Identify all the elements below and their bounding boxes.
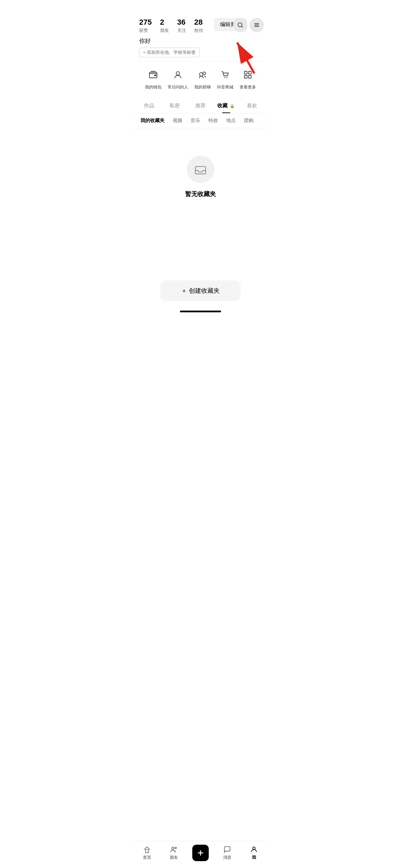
svg-line-3 <box>242 26 243 28</box>
svg-point-11 <box>203 72 206 75</box>
search-button[interactable] <box>233 18 247 32</box>
wallet-label: 我的钱包 <box>145 84 161 90</box>
group-chat-label: 我的群聊 <box>194 84 211 90</box>
stat-followers[interactable]: 28 粉丝 <box>194 18 203 34</box>
svg-point-2 <box>238 23 242 27</box>
empty-icon-wrapper <box>187 156 214 183</box>
action-frequent[interactable]: 常访问的人 <box>168 67 188 90</box>
followers-count: 28 <box>194 18 203 27</box>
tab-private[interactable]: 私密 <box>162 98 188 113</box>
frequent-icon-wrapper <box>170 67 185 82</box>
frequent-label: 常访问的人 <box>168 84 188 90</box>
svg-rect-16 <box>244 75 247 78</box>
action-group-chat[interactable]: 我的群聊 <box>194 67 211 90</box>
sub-tab-effects[interactable]: 特效 <box>204 113 222 128</box>
stat-friends[interactable]: 2 朋友 <box>160 18 169 34</box>
svg-rect-14 <box>244 71 247 74</box>
cart-icon <box>220 70 230 80</box>
quick-actions-bar: 我的钱包 常访问的人 我的群聊 <box>139 61 262 93</box>
tab-recommend[interactable]: 推荐 <box>188 98 214 113</box>
add-tag-button[interactable]: + 添加所在地、学校等标签 <box>139 48 199 57</box>
inbox-icon <box>194 162 207 176</box>
create-folder-button[interactable]: ＋ 创建收藏夹 <box>160 280 240 301</box>
action-shop[interactable]: 抖音商城 <box>217 67 233 90</box>
empty-text: 暂无收藏夹 <box>185 190 216 198</box>
profile-header: 275 获赞 2 朋友 36 关注 28 粉丝 编辑资料 <box>134 15 267 97</box>
sub-tab-location[interactable]: 地点 <box>222 113 240 128</box>
svg-rect-17 <box>248 75 251 78</box>
empty-state: 暂无收藏夹 <box>134 128 267 212</box>
following-count: 36 <box>177 18 185 27</box>
greeting-text: 你好 <box>139 37 262 45</box>
status-bar <box>134 0 267 15</box>
tab-likes[interactable]: 喜欢 <box>239 98 265 113</box>
svg-point-9 <box>176 72 180 75</box>
group-chat-icon-wrapper <box>195 67 210 82</box>
friends-label: 朋友 <box>160 27 169 34</box>
search-icon <box>237 22 244 28</box>
tab-favorites[interactable]: 收藏 🔒 <box>213 98 239 113</box>
stat-likes[interactable]: 275 获赞 <box>139 18 152 34</box>
wallet-icon-wrapper <box>146 67 161 82</box>
svg-point-13 <box>227 77 228 78</box>
shop-label: 抖音商城 <box>217 84 233 90</box>
header-icon-buttons <box>233 18 264 32</box>
chat-icon <box>198 70 207 80</box>
stat-following[interactable]: 36 关注 <box>177 18 186 34</box>
svg-point-12 <box>224 77 226 78</box>
sub-tab-group-buy[interactable]: 团购 <box>240 113 258 128</box>
svg-rect-8 <box>154 75 156 76</box>
more-icon-wrapper <box>240 67 255 82</box>
wallet-icon <box>148 70 158 80</box>
sub-tab-video[interactable]: 视频 <box>169 113 186 128</box>
likes-label: 获赞 <box>139 27 148 34</box>
more-label: 查看更多 <box>240 84 256 90</box>
grid-icon <box>243 70 253 80</box>
sub-tab-music[interactable]: 音乐 <box>186 113 204 128</box>
svg-rect-15 <box>248 71 251 74</box>
person-icon <box>173 70 183 80</box>
svg-point-10 <box>199 73 203 76</box>
lock-icon: 🔒 <box>230 104 235 108</box>
menu-button[interactable] <box>250 18 264 32</box>
action-more[interactable]: 查看更多 <box>240 67 256 90</box>
shop-icon-wrapper <box>218 67 233 82</box>
tab-works[interactable]: 作品 <box>136 98 162 113</box>
home-indicator <box>180 311 221 312</box>
sub-tabs: 我的收藏夹 视频 音乐 特效 地点 团购 <box>134 113 267 128</box>
main-tabs: 作品 私密 推荐 收藏 🔒 喜欢 <box>134 98 267 113</box>
create-btn-wrapper: ＋ 创建收藏夹 <box>134 274 267 308</box>
stats-row: 275 获赞 2 朋友 36 关注 28 粉丝 编辑资料 <box>139 18 262 34</box>
menu-icon <box>253 22 260 28</box>
friends-count: 2 <box>160 18 164 27</box>
following-label: 关注 <box>177 27 186 34</box>
action-wallet[interactable]: 我的钱包 <box>145 67 161 90</box>
sub-tab-my-folders[interactable]: 我的收藏夹 <box>136 113 169 128</box>
likes-count: 275 <box>139 18 152 27</box>
followers-label: 粉丝 <box>194 27 203 34</box>
